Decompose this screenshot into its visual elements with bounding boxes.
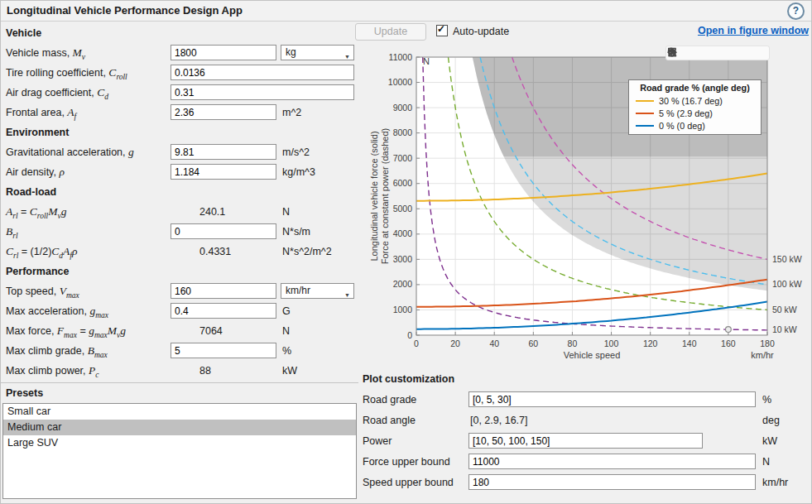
max-climb-power-label: Max climb power, Pc [6,361,99,385]
b-rl-input[interactable] [171,223,276,239]
svg-text:160: 160 [721,338,736,348]
update-button[interactable]: Update [355,23,426,41]
form-row-vehicle-mass: Vehicle mass, Mvkg▼ [1,43,358,63]
top-speed-unit-dropdown[interactable]: km/hr▼ [281,283,354,299]
gravitational-acceleration-input[interactable] [171,144,276,160]
svg-text:11000: 11000 [389,52,413,62]
form-row-max-climb-grade: Max climb grade, Bmax% [1,341,358,361]
road-grade-unit: % [762,390,771,410]
force-upper-bound-label: Force upper bound [363,452,450,473]
road-angle-label: Road angle [363,410,416,431]
a-rl-value: 240.1 [199,202,225,222]
svg-text:100: 100 [604,338,619,348]
form-row-air-drag-coefficient: Air drag coefficient, Cd [1,83,358,103]
top-controls: Update ✓Auto-update Open in figure windo… [348,21,812,42]
frontal-area-input[interactable] [171,104,276,120]
svg-text:Vehicle speed: Vehicle speed [564,350,621,360]
zoom-out-icon[interactable] [740,47,752,59]
svg-text:80: 80 [568,338,578,348]
pc-row-road-grade: Road grade% [348,390,812,410]
preset-item-medium-car[interactable]: Medium car [3,420,356,435]
legend-entry-5-2-9-deg: 5 % (2.9 deg) [629,107,761,119]
help-icon: ? [793,5,799,17]
air-density-input[interactable] [171,164,276,180]
tire-rolling-coefficient-input[interactable] [171,65,354,80]
force-upper-bound-input[interactable] [468,454,756,469]
axes-toolbar [665,46,770,60]
road-grade-label: Road grade [363,390,416,410]
air-density-label: Air density, ρ [6,162,65,182]
svg-text:20: 20 [450,338,460,348]
preset-item-small-car[interactable]: Small car [3,404,356,420]
auto-update-checkbox[interactable]: ✓ [436,25,448,36]
power-input[interactable] [468,433,703,449]
max-climb-grade-input[interactable] [171,343,276,358]
pc-row-power: PowerkW [348,431,812,452]
svg-text:150 kW: 150 kW [772,254,802,264]
svg-text:50 kW: 50 kW [772,305,797,314]
check-icon: ✓ [437,23,445,35]
svg-text:9000: 9000 [393,103,413,113]
svg-text:Force at constant power (dashe: Force at constant power (dashed) [380,128,390,264]
svg-text:60: 60 [528,338,538,348]
export-icon[interactable] [698,47,709,59]
pc-row-speed-upper-bound: Speed upper boundkm/hr [348,473,812,493]
road-angle-unit: deg [762,410,780,431]
svg-text:3000: 3000 [393,254,413,264]
max-force-unit: N [282,321,290,341]
frontal-area-unit: m^2 [282,103,301,122]
svg-text:100 kW: 100 kW [772,279,802,289]
svg-text:N: N [423,56,430,66]
pc-row-force-upper-bound: Force upper boundN [348,452,812,473]
c-rl-value: 0.4331 [199,242,231,262]
form-row-c-rl: Crl = (1/2)CdAfρ0.4331N*s^2/m^2 [1,242,358,262]
section-title-road-load: Road-load [1,182,358,202]
pan-icon[interactable] [712,47,723,59]
plot-customization-title: Plot customization [348,369,812,390]
speed-upper-bound-label: Speed upper bound [363,473,454,493]
svg-text:120: 120 [643,338,658,348]
force-upper-bound-unit: N [762,452,770,473]
svg-text:10000: 10000 [388,77,412,87]
top-speed-input[interactable] [171,283,276,299]
presets-listbox[interactable]: Small carMedium carLarge SUV [2,403,357,499]
pc-row-road-angle: Road angle[0, 2.9, 16.7]deg [348,410,812,431]
road-grade-input[interactable] [468,391,756,407]
vehicle-mass-unit-dropdown[interactable]: kg▼ [281,45,354,60]
air-density-unit: kg/m^3 [282,162,315,182]
svg-text:7000: 7000 [393,153,413,163]
help-button[interactable]: ? [787,2,805,20]
plot-customization-panel: Plot customization Road grade%Road angle… [348,367,812,493]
road-angle-value: [0, 2.9, 16.7] [470,410,528,431]
form-row-gravitational-acceleration: Gravitational acceleration, gm/s^2 [1,142,358,162]
legend-entry-30-16-7-deg: 30 % (16.7 deg) [629,94,761,107]
svg-text:140: 140 [682,338,697,348]
preset-item-large-suv[interactable]: Large SUV [3,435,356,451]
svg-text:4000: 4000 [393,228,413,238]
svg-text:40: 40 [489,338,499,348]
svg-text:km/hr: km/hr [751,350,774,360]
speed-upper-bound-input[interactable] [468,474,756,490]
vehicle-mass-input[interactable] [171,45,276,60]
auto-update-label: Auto-update [453,26,509,37]
power-label: Power [363,431,392,452]
power-unit: kW [762,431,777,452]
svg-text:8000: 8000 [393,127,413,137]
air-drag-coefficient-input[interactable] [171,84,354,100]
form-row-frontal-area: Frontal area, Afm^2 [1,103,358,122]
max-acceleration-unit: G [282,301,291,321]
legend-entry-label: 30 % (16.7 deg) [659,96,723,106]
max-acceleration-input[interactable] [171,303,276,319]
form-row-b-rl: BrlN*s/m [1,222,358,242]
svg-text:Longitudinal vehicle force (so: Longitudinal vehicle force (solid) [369,131,379,261]
open-in-figure-window-link[interactable]: Open in figure window [698,25,809,36]
zoom-in-icon[interactable] [726,47,738,59]
datatip-icon[interactable] [684,47,695,59]
auto-update-control: ✓Auto-update [436,25,509,37]
c-rl-label: Crl = (1/2)CdAfρ [6,242,77,266]
svg-text:6000: 6000 [393,178,413,188]
gravitational-acceleration-unit: m/s^2 [282,142,310,162]
app-header: Longitudinal Vehicle Performance Design … [1,1,811,22]
home-icon[interactable] [754,47,766,59]
svg-text:180: 180 [760,338,775,348]
